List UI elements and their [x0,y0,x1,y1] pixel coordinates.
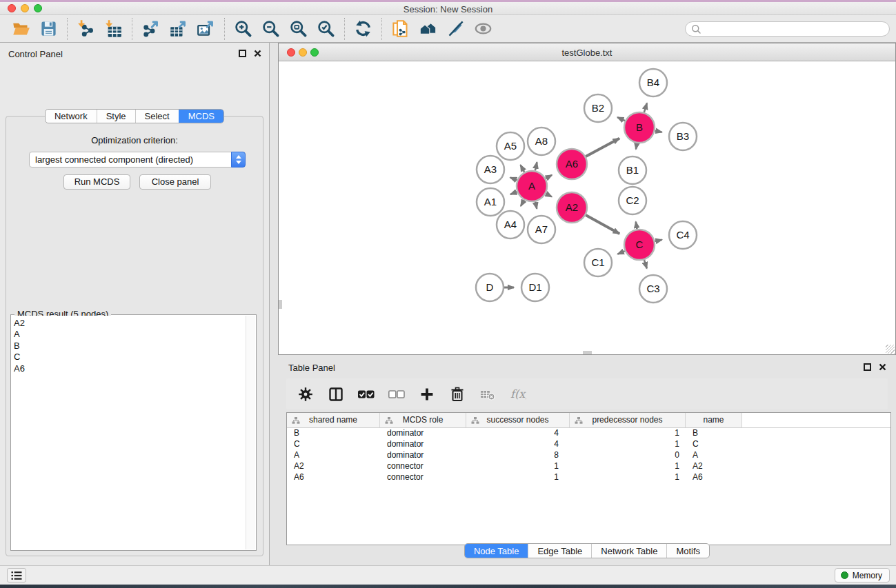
graph-edge-A-A7[interactable] [535,201,537,208]
table-cell[interactable]: 1 [570,472,686,483]
delete-column-icon[interactable] [448,385,467,404]
graph-node-A7[interactable]: A7 [528,216,555,243]
table-cell[interactable]: 1 [570,428,686,439]
close-table-panel-icon[interactable] [879,363,886,371]
tab-motifs[interactable]: Motifs [666,544,709,558]
table-row[interactable]: Bdominator41B [287,428,890,439]
graph-node-A5[interactable]: A5 [497,132,524,160]
graph-edge-A-A8[interactable] [535,162,537,170]
tab-style[interactable]: Style [97,110,135,123]
hide-graphics-details-icon[interactable] [444,18,468,40]
graph-edge-C-C3[interactable] [644,260,647,268]
select-all-checks-icon[interactable] [357,385,376,404]
tab-network[interactable]: Network [46,110,97,123]
run-mcds-button[interactable]: Run MCDS [63,174,130,190]
refresh-layout-icon[interactable] [351,18,375,40]
tab-network-table[interactable]: Network Table [591,544,666,558]
table-cell[interactable]: B [686,428,742,439]
graph-node-C2[interactable]: C2 [619,187,646,214]
graph-edge-C-C1[interactable] [617,251,624,254]
clear-all-checks-icon[interactable] [387,385,406,404]
graph-node-A4[interactable]: A4 [497,211,524,239]
table-cell[interactable]: 4 [466,439,570,450]
memory-button[interactable]: Memory [835,568,890,582]
vertical-scroll-indicator[interactable] [279,300,282,309]
export-table-icon[interactable] [166,18,190,40]
search-field[interactable] [685,21,890,37]
close-panel-icon[interactable] [254,50,261,57]
mcds-result-item[interactable]: A2 [14,318,245,329]
table-cell[interactable]: A2 [287,461,380,472]
zoom-selected-icon[interactable] [314,18,338,40]
mcds-result-item[interactable]: A6 [14,363,245,374]
table-cell[interactable]: A6 [686,472,742,483]
table-row[interactable]: Cdominator41C [287,439,890,450]
table-cell[interactable]: connector [380,472,466,483]
float-panel-icon[interactable] [239,50,246,57]
graph-edge-A-A3[interactable] [510,178,517,181]
zoom-out-icon[interactable] [259,18,283,40]
mcds-result-item[interactable]: C [14,352,245,363]
table-cell[interactable]: A2 [686,461,742,472]
table-cell[interactable]: A6 [287,472,380,483]
add-column-icon[interactable] [417,385,437,404]
graph-node-B4[interactable]: B4 [639,69,667,97]
result-list-scrollbar[interactable] [246,316,255,549]
table-cell[interactable]: dominator [380,439,466,450]
graph-edge-B-B1[interactable] [636,143,637,150]
graph-node-A3[interactable]: A3 [477,156,504,183]
graph-edge-B-B3[interactable] [655,131,662,132]
close-panel-button[interactable]: Close panel [139,174,211,190]
tab-edge-table[interactable]: Edge Table [528,544,591,558]
table-cell[interactable]: C [686,439,742,450]
graph-edge-A-A6[interactable] [546,175,552,179]
eye-preview-icon[interactable] [471,18,495,40]
column-header-shared-name[interactable]: shared name [287,413,380,427]
graph-edge-A-A2[interactable] [546,194,552,197]
network-window-titlebar[interactable]: testGlobe.txt [279,43,895,61]
graph-edge-B-B4[interactable] [644,103,647,112]
mcds-result-item[interactable]: A [14,329,245,340]
table-cell[interactable]: 8 [466,450,570,461]
graph-edge-A-A4[interactable] [521,200,524,206]
graph-node-B1[interactable]: B1 [619,156,646,184]
table-row[interactable]: A2connector11A2 [287,461,890,472]
graph-node-A8[interactable]: A8 [528,128,555,155]
column-header-successor-nodes[interactable]: successor nodes [466,413,570,427]
table-row[interactable]: A6connector11A6 [287,472,890,483]
table-cell[interactable]: dominator [380,428,466,439]
graph-edge-A6-B[interactable] [586,139,619,156]
table-cell[interactable]: dominator [380,450,466,461]
table-cell[interactable]: 1 [570,439,686,450]
criterion-dropdown[interactable]: largest connected component (directed) [29,152,246,168]
graph-node-B2[interactable]: B2 [584,94,612,122]
graph-edge-A-A5[interactable] [521,165,525,172]
zoom-in-icon[interactable] [231,18,255,40]
table-cell[interactable]: B [287,428,380,439]
graph-node-B3[interactable]: B3 [669,123,697,150]
table-cell[interactable]: 4 [466,428,570,439]
graph-edge-C-C4[interactable] [655,240,661,241]
table-cell[interactable]: A [287,450,380,461]
table-cell[interactable]: 1 [466,472,570,483]
table-cell[interactable]: C [287,439,380,450]
graph-edge-A2-C[interactable] [586,215,619,234]
split-panel-columns-icon[interactable] [326,385,346,404]
float-table-panel-icon[interactable] [864,363,871,371]
copy-network-icon[interactable] [388,18,412,40]
open-folder-icon[interactable] [9,18,33,40]
save-session-icon[interactable] [37,18,61,40]
zoom-fit-icon[interactable] [286,18,310,40]
table-cell[interactable]: connector [380,461,466,472]
column-header-MCDS-role[interactable]: MCDS role [380,413,466,427]
table-cell[interactable]: 1 [570,461,686,472]
table-row[interactable]: Adominator80A [287,450,890,461]
tab-select[interactable]: Select [135,110,179,123]
export-image-icon[interactable] [194,18,218,40]
graph-node-A2[interactable]: A2 [557,192,587,223]
tab-node-table[interactable]: Node Table [465,544,528,558]
graph-node-A6[interactable]: A6 [557,149,587,179]
export-network-icon[interactable] [139,18,163,40]
graph-node-A1[interactable]: A1 [477,188,504,216]
import-network-icon[interactable] [74,18,98,40]
